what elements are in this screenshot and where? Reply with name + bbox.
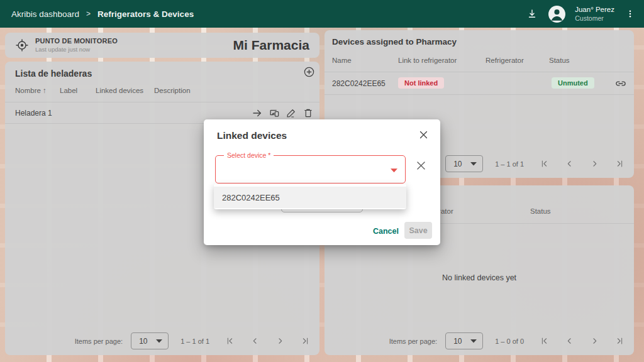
link-device-button[interactable]	[614, 77, 627, 90]
column-nombre[interactable]: Nombre ↑	[15, 87, 47, 94]
mute-status-badge: Unmuted	[552, 77, 594, 89]
user-info[interactable]: Juan° Perez Customer	[575, 6, 614, 22]
column-linked-devices: Linked devices	[96, 87, 143, 94]
first-page-icon	[540, 159, 549, 168]
row-actions	[251, 107, 314, 119]
breadcrumb-root[interactable]: Akribis dashboard	[11, 9, 79, 19]
chevron-right-icon	[590, 159, 599, 168]
monitoring-point-text: PUNTO DE MONITOREO Last update just now	[35, 37, 118, 53]
person-icon	[548, 6, 565, 23]
pagination-nav	[538, 335, 626, 347]
top-header: Akribis dashboard > Refrigerators & Devi…	[0, 0, 644, 28]
more-menu-button[interactable]	[624, 7, 636, 21]
items-per-page-label: Items per page:	[75, 337, 123, 345]
first-page-button[interactable]	[538, 158, 550, 170]
select-caret-icon	[391, 168, 397, 173]
column-link-to-refrigerator: Link to refrigerator	[398, 57, 457, 64]
first-page-button[interactable]	[224, 335, 236, 347]
column-label: Label	[60, 87, 77, 94]
clear-selection-button[interactable]	[414, 158, 428, 173]
monitoring-point-bar: PUNTO DE MONITOREO Last update just now …	[5, 33, 319, 58]
chevron-left-icon	[250, 336, 260, 346]
page-size-value: 10	[139, 337, 147, 346]
page-size-select[interactable]: 10	[445, 332, 483, 349]
select-device-input[interactable]	[223, 161, 380, 177]
close-icon	[418, 129, 429, 140]
edit-icon	[286, 107, 297, 119]
pagination-nav	[224, 335, 311, 347]
last-page-button[interactable]	[299, 335, 311, 347]
arrow-right-icon	[252, 107, 263, 119]
edit-fridge-button[interactable]	[285, 107, 297, 119]
fridge-name: Heladera 1	[15, 109, 52, 118]
monitoring-point-title: PUNTO DE MONITOREO	[35, 37, 118, 46]
breadcrumb-separator: >	[86, 9, 91, 18]
empty-state-message: No linked devices yet	[325, 273, 634, 282]
page-size-value: 10	[453, 337, 462, 346]
column-description: Description	[154, 87, 191, 94]
prev-page-button[interactable]	[564, 335, 575, 347]
next-page-button[interactable]	[274, 335, 286, 347]
fridge-pagination: Items per page: 10 1 – 1 of 1	[75, 332, 311, 349]
select-device-field[interactable]: Select device *	[215, 155, 406, 184]
column-status: Status	[549, 57, 570, 64]
column-status: Status	[530, 207, 551, 215]
fridge-list-title: Lista de heladeras	[15, 69, 92, 79]
page-range: 1 – 0 of 0	[495, 337, 524, 345]
breadcrumb-current: Refrigerators & Devices	[97, 9, 194, 19]
last-page-button[interactable]	[614, 158, 626, 170]
last-update-text: Last update just now	[35, 46, 118, 53]
first-page-icon	[225, 336, 235, 346]
link-status-badge: Not linked	[398, 77, 444, 89]
kebab-icon	[625, 8, 635, 19]
next-page-button[interactable]	[589, 158, 601, 170]
first-page-button[interactable]	[538, 335, 550, 347]
last-page-icon	[615, 336, 625, 346]
link-icon	[614, 77, 627, 90]
next-page-button[interactable]	[589, 335, 601, 347]
devices-panel-title: Devices assigned to Pharmacy	[332, 37, 457, 47]
save-button[interactable]: Save	[404, 222, 432, 239]
go-to-fridge-button[interactable]	[251, 107, 264, 119]
pharmacy-name: Mi Farmacia	[233, 38, 309, 53]
items-per-page-label: Items per page:	[389, 337, 437, 345]
add-fridge-button[interactable]	[302, 65, 316, 79]
chevron-right-icon	[590, 336, 599, 346]
last-page-icon	[615, 159, 625, 168]
divider	[325, 94, 634, 95]
select-device-label: Select device *	[224, 151, 274, 159]
linked-devices-button[interactable]	[268, 107, 280, 119]
trash-icon	[303, 107, 314, 119]
chevron-down-icon	[156, 339, 162, 343]
page-size-select[interactable]: 10	[445, 155, 483, 172]
page-range: 1 – 1 of 1	[180, 337, 209, 345]
page-size-value: 10	[453, 160, 462, 168]
column-refrigerator: Refrigerator	[486, 57, 524, 64]
plus-circle-icon	[303, 66, 315, 78]
download-icon	[526, 8, 538, 19]
device-name: 282C0242EE65	[332, 79, 386, 88]
dialog-title: Linked devices	[217, 130, 287, 141]
prev-page-button[interactable]	[564, 158, 575, 170]
last-page-button[interactable]	[614, 335, 626, 347]
avatar[interactable]	[548, 6, 565, 23]
linked-devices-dialog: Linked devices Select device * 282C0242E…	[204, 119, 440, 245]
cancel-button[interactable]: Cancel	[373, 227, 399, 236]
page-size-select[interactable]: 10	[131, 332, 169, 349]
target-icon	[15, 38, 29, 52]
chevron-left-icon	[565, 159, 574, 168]
column-name: Name	[332, 57, 352, 64]
device-options-menu: 282C0242EE65	[214, 184, 406, 209]
prev-page-button[interactable]	[249, 335, 261, 347]
delete-fridge-button[interactable]	[302, 107, 314, 119]
device-option[interactable]: 282C0242EE65	[214, 187, 406, 208]
breadcrumb: Akribis dashboard > Refrigerators & Devi…	[11, 9, 194, 19]
last-page-icon	[301, 336, 310, 346]
header-actions: Juan° Perez Customer	[525, 6, 636, 23]
pagination-nav	[538, 158, 626, 170]
dialog-close-button[interactable]	[417, 128, 430, 141]
first-page-icon	[540, 336, 549, 346]
page-range: 1 – 1 of 1	[495, 160, 524, 168]
download-button[interactable]	[525, 7, 539, 21]
clear-icon	[415, 160, 427, 172]
